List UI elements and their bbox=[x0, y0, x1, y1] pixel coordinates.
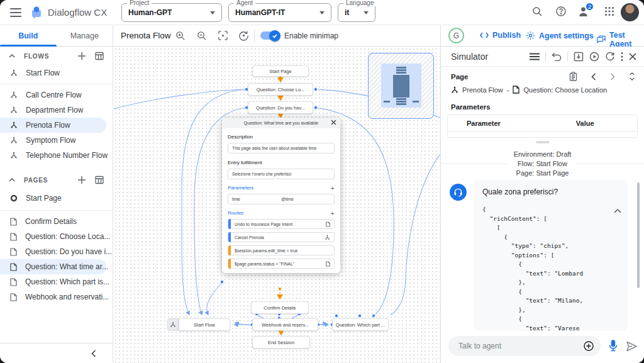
node-question-which-part[interactable]: Question: Which part ... bbox=[332, 318, 389, 331]
agent-settings-button[interactable]: Agent settings bbox=[526, 31, 594, 40]
sidebar-item-question-choose-location[interactable]: Question: Choose Loca... bbox=[0, 229, 113, 244]
main-menu-icon[interactable] bbox=[10, 8, 21, 17]
close-icon[interactable] bbox=[629, 53, 636, 60]
sidebar-item-department-flow[interactable]: Department Flow bbox=[0, 103, 113, 118]
publish-button[interactable]: Publish bbox=[480, 31, 521, 40]
agent-selector[interactable]: Agent HumanGPT-IT bbox=[228, 3, 331, 22]
project-selector[interactable]: Project Human-GPT bbox=[121, 3, 222, 22]
send-icon[interactable] bbox=[626, 341, 638, 352]
user-avatar[interactable] bbox=[621, 3, 639, 21]
scrollbar[interactable] bbox=[637, 182, 640, 288]
play-icon[interactable] bbox=[589, 52, 599, 62]
route-edit-time-condition[interactable]: $session.params.edit_time = true bbox=[228, 245, 335, 255]
route-undo-insurance[interactable]: Undo to Insurance Page Intent bbox=[228, 219, 335, 229]
test-agent-button[interactable]: Test Agent bbox=[597, 31, 644, 48]
gear-icon bbox=[526, 31, 535, 40]
pages-list-view-icon[interactable] bbox=[95, 176, 104, 184]
add-attachment-icon[interactable] bbox=[583, 340, 594, 352]
resize-handle[interactable] bbox=[536, 141, 550, 143]
chevron-left-icon[interactable] bbox=[591, 73, 596, 81]
node-start-flow[interactable]: Start Flow bbox=[179, 318, 230, 331]
chevron-down-icon bbox=[364, 11, 369, 14]
flow-icon bbox=[325, 235, 330, 240]
session-info: Environment: Draft Flow: Start Flow Page… bbox=[441, 150, 644, 178]
apps-grid-icon[interactable] bbox=[604, 6, 615, 17]
collapse-panel-icon[interactable] bbox=[629, 72, 635, 81]
tab-build[interactable]: Build bbox=[0, 25, 57, 47]
sidebar-item-webhook-and-reservation[interactable]: Webhook and reservati... bbox=[0, 289, 113, 304]
sidebar-item-symptom-flow[interactable]: Symptom Flow bbox=[0, 133, 113, 148]
node-end-session[interactable]: End Session bbox=[252, 336, 310, 349]
description-field[interactable]: This page asks the user about available … bbox=[228, 143, 335, 154]
collapse-sidebar-icon[interactable] bbox=[91, 350, 96, 357]
microphone-icon[interactable] bbox=[608, 340, 618, 352]
sidebar-item-question-do-you-have[interactable]: Question: Do you have i... bbox=[0, 244, 113, 259]
sidebar-item-prenota-flow[interactable]: Prenota Flow bbox=[0, 118, 106, 133]
sidebar-item-question-what-time[interactable]: Question: What time ar... bbox=[0, 259, 106, 274]
page-panel-title: Question: What time are you available bbox=[244, 121, 318, 125]
breadcrumb-page[interactable]: Question: Choose Location bbox=[523, 86, 607, 94]
collapse-json-icon[interactable] bbox=[614, 209, 621, 213]
reset-view-icon[interactable] bbox=[238, 30, 249, 41]
undo-icon[interactable] bbox=[552, 52, 562, 61]
code-icon bbox=[480, 31, 489, 39]
close-icon[interactable] bbox=[331, 120, 336, 125]
environment-badge[interactable]: G bbox=[448, 28, 464, 43]
save-session-icon[interactable] bbox=[574, 52, 584, 62]
chevron-right-icon[interactable] bbox=[610, 73, 615, 81]
build-sidebar: FLOWS Start Flow Ca bbox=[0, 47, 113, 363]
talk-to-agent-input[interactable]: Talk to agent bbox=[448, 336, 601, 356]
add-parameter-icon[interactable]: + bbox=[331, 186, 335, 191]
notification-count-badge: 2 bbox=[585, 2, 594, 11]
more-options-icon[interactable] bbox=[621, 52, 623, 62]
help-icon[interactable] bbox=[555, 6, 567, 17]
menu-list-icon[interactable] bbox=[530, 53, 540, 60]
node-question-choose-location[interactable]: Question: Choose Lo... bbox=[248, 83, 313, 96]
restart-icon[interactable] bbox=[605, 52, 615, 62]
route-cancel-prenota[interactable]: Cancel Prenota bbox=[228, 232, 335, 242]
node-confirm-details[interactable]: Confirm Details bbox=[251, 301, 309, 314]
sidebar-item-start-page[interactable]: Start Page bbox=[0, 189, 113, 207]
collapse-section-icon[interactable] bbox=[9, 54, 15, 58]
add-flow-icon[interactable] bbox=[77, 52, 86, 60]
notifications-icon[interactable]: 2 bbox=[577, 6, 589, 18]
breadcrumb-flow[interactable]: Prenota Flow bbox=[462, 86, 503, 94]
secondary-bar: Build Manage Prenota Flow bbox=[0, 25, 644, 47]
sidebar-item-start-flow[interactable]: Start Flow bbox=[0, 65, 113, 81]
top-app-bar: Dialogflow CX Project Human-GPT Agent Hu… bbox=[0, 0, 644, 25]
rich-content-json[interactable]: { "richContent": [ [ { "type": "chips", … bbox=[474, 205, 628, 331]
tab-manage[interactable]: Manage bbox=[57, 25, 113, 47]
parameter-row[interactable]: time @time bbox=[228, 194, 335, 204]
divider bbox=[0, 84, 113, 84]
zoom-out-icon[interactable] bbox=[196, 30, 207, 41]
node-start-page[interactable]: Start Page bbox=[252, 65, 309, 77]
node-webhook-and-reservation[interactable]: Webhook and reserv... bbox=[252, 318, 318, 331]
language-value: it bbox=[345, 8, 349, 17]
add-route-icon[interactable]: + bbox=[331, 211, 335, 216]
page-icon bbox=[10, 263, 17, 271]
minimap[interactable] bbox=[368, 53, 434, 119]
zoom-in-icon[interactable] bbox=[175, 30, 186, 41]
sidebar-item-call-centre-flow[interactable]: Call Centre Flow bbox=[0, 87, 113, 103]
search-icon[interactable] bbox=[531, 6, 543, 17]
enable-minimap-toggle[interactable] bbox=[260, 31, 279, 40]
collapse-section-icon[interactable] bbox=[9, 178, 15, 182]
flow-canvas[interactable]: Start Page Question: Choose Lo... Questi… bbox=[114, 47, 440, 363]
entry-fulfillment-field[interactable]: Selezione l'orario che preferisci bbox=[228, 169, 335, 179]
node-question-do-you-have[interactable]: Question: Do you hav... bbox=[248, 101, 313, 114]
add-page-icon[interactable] bbox=[77, 176, 86, 184]
language-selector[interactable]: Language it bbox=[338, 3, 375, 22]
page-icon bbox=[326, 221, 330, 227]
sidebar-item-question-which-part[interactable]: Question: Which part is... bbox=[0, 274, 113, 289]
center-focus-icon[interactable] bbox=[218, 30, 228, 41]
sidebar-item-telephone-number-flow[interactable]: Telephone Number Flow bbox=[0, 148, 113, 163]
flows-list-view-icon[interactable] bbox=[95, 52, 104, 60]
parameters-table: Parameter Value bbox=[447, 114, 638, 138]
parameters-section-label: Parameters bbox=[228, 185, 253, 191]
copy-page-icon[interactable] bbox=[569, 72, 577, 81]
route-status-final-condition[interactable]: $page.params.status = "FINAL" bbox=[228, 259, 335, 269]
toolbar-divider bbox=[254, 30, 255, 42]
page-breadcrumb: Prenota Flow - Question: Choose Location bbox=[451, 86, 607, 94]
sidebar-item-confirm-details[interactable]: Confirm Details bbox=[0, 214, 113, 229]
flow-icon bbox=[167, 318, 179, 331]
